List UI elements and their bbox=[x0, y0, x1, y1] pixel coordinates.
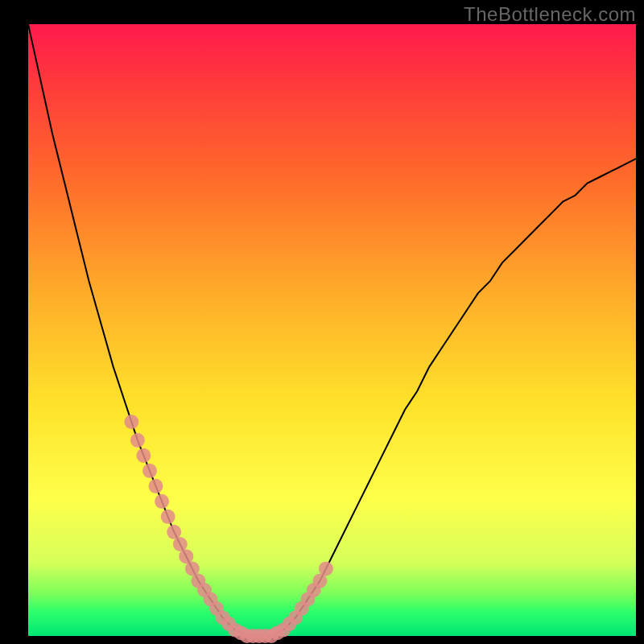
curve-dot bbox=[155, 494, 169, 509]
chart-frame: TheBottleneck.com bbox=[0, 0, 644, 644]
bottleneck-curve bbox=[28, 24, 636, 636]
curve-layer bbox=[0, 0, 644, 644]
curve-dot bbox=[149, 479, 163, 493]
curve-dot bbox=[124, 415, 138, 429]
curve-dot bbox=[161, 510, 175, 524]
curve-dot bbox=[130, 433, 145, 448]
curve-dot bbox=[319, 561, 333, 576]
curve-dot bbox=[142, 464, 157, 478]
curve-dot bbox=[136, 448, 151, 463]
